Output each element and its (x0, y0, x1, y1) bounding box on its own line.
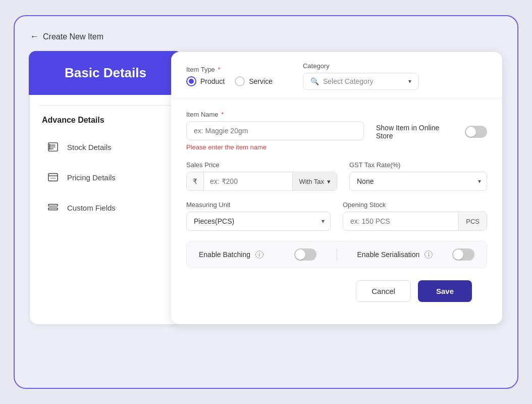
form-top-section: Item Type * Product Service (171, 52, 502, 98)
enable-batching-item: Enable Batching i (199, 248, 316, 261)
save-button[interactable]: Save (418, 280, 472, 302)
enable-batching-toggle[interactable] (294, 248, 316, 261)
page-header: ← Create New Item (30, 31, 502, 42)
radio-service-label: Service (249, 77, 273, 85)
radio-product-inner (189, 79, 194, 84)
tax-select-dropdown[interactable]: With Tax ▾ (292, 173, 337, 190)
page-title: Create New Item (43, 32, 103, 41)
svg-rect-6 (48, 208, 58, 210)
item-name-row: Item Name * Please enter the item name S… (186, 111, 487, 151)
outer-container: ← Create New Item Basic Details Advance … (14, 15, 518, 389)
item-name-field-block: Item Name * Please enter the item name (186, 111, 364, 151)
measuring-unit-select[interactable]: Pieces(PCS) Kilograms(KG) Grams(GM) Litr… (186, 212, 331, 231)
sidebar-card: Basic Details Advance Details (30, 52, 181, 324)
online-store-toggle-block: Show Item in Online Store (376, 111, 487, 140)
enable-batching-label: Enable Batching (199, 250, 250, 259)
sidebar-menu: Stock Details Pricing Details (30, 133, 181, 222)
opening-stock-wrapper: PCS (343, 212, 487, 231)
form-body: Item Name * Please enter the item name S… (171, 98, 502, 314)
basic-details-title: Basic Details (44, 65, 167, 81)
item-type-label: Item Type * (186, 66, 273, 73)
custom-fields-icon (46, 200, 60, 215)
sales-price-input[interactable] (204, 172, 292, 190)
item-name-input[interactable] (186, 121, 364, 140)
batching-row: Enable Batching i Enable Serialisation i (186, 241, 487, 268)
stock-icon (46, 140, 60, 154)
category-label: Category (303, 62, 419, 70)
online-store-toggle[interactable] (465, 126, 487, 138)
toggle-knob (466, 127, 476, 137)
item-name-error: Please enter the item name (186, 143, 364, 151)
basic-details-header[interactable]: Basic Details (29, 51, 182, 95)
advance-details-label: Advance Details (30, 116, 181, 133)
radio-service[interactable]: Service (235, 76, 273, 86)
sidebar-item-stock-label: Stock Details (67, 143, 112, 152)
tax-select-value: With Tax (299, 178, 324, 185)
svg-point-3 (49, 148, 50, 149)
opening-stock-label: Opening Stock (343, 201, 487, 209)
pricing-icon (46, 170, 60, 184)
batching-toggle-knob (295, 249, 305, 260)
sidebar-item-pricing-label: Pricing Details (67, 173, 116, 182)
opening-stock-field-block: Opening Stock PCS (343, 201, 487, 231)
opening-stock-input[interactable] (343, 212, 458, 230)
chevron-down-icon: ▾ (408, 78, 411, 85)
sales-price-field-block: Sales Price ₹ With Tax ▾ (186, 161, 337, 191)
sidebar-item-pricing[interactable]: Pricing Details (38, 163, 173, 191)
gst-field-block: GST Tax Rate(%) None 5% 12% 18% 28% (349, 161, 487, 191)
svg-point-2 (49, 146, 50, 147)
item-name-required: * (220, 111, 224, 118)
online-store-row: Show Item in Online Store (376, 124, 487, 140)
enable-serialisation-toggle[interactable] (452, 248, 474, 261)
serialisation-toggle-knob (453, 249, 463, 260)
svg-rect-4 (48, 174, 58, 181)
main-layout: Basic Details Advance Details (30, 52, 502, 324)
sales-price-row: Sales Price ₹ With Tax ▾ GST Tax Rate(%) (186, 161, 487, 191)
batching-info-icon[interactable]: i (255, 250, 263, 259)
measuring-unit-row: Measuring Unit Pieces(PCS) Kilograms(KG)… (186, 201, 487, 231)
enable-serialisation-label: Enable Serialisation (357, 250, 420, 259)
opening-stock-unit: PCS (458, 213, 487, 230)
measuring-unit-field-block: Measuring Unit Pieces(PCS) Kilograms(KG)… (186, 201, 331, 231)
sidebar-item-custom-label: Custom Fields (67, 204, 116, 212)
tax-chevron-icon: ▾ (327, 178, 331, 185)
item-type-field: Item Type * Product Service (186, 66, 273, 86)
radio-product-label: Product (200, 77, 225, 85)
sidebar-item-stock[interactable]: Stock Details (38, 133, 173, 161)
category-field: Category 🔍 Select Category ▾ (303, 62, 419, 90)
price-currency: ₹ (187, 172, 204, 190)
item-type-required: * (216, 66, 221, 73)
enable-serialisation-item: Enable Serialisation i (357, 248, 475, 261)
category-select-dropdown[interactable]: 🔍 Select Category ▾ (303, 73, 419, 90)
gst-select[interactable]: None 5% 12% 18% 28% (349, 172, 487, 191)
gst-select-wrapper: None 5% 12% 18% 28% (349, 172, 487, 191)
radio-product-circle (186, 76, 196, 86)
form-actions: Cancel Save (186, 280, 487, 302)
item-type-row: Item Type * Product Service (186, 62, 487, 90)
online-store-label: Show Item in Online Store (376, 124, 458, 140)
sales-price-label: Sales Price (186, 161, 337, 169)
back-arrow-icon[interactable]: ← (30, 31, 39, 42)
svg-point-1 (49, 144, 50, 145)
sidebar-divider (40, 105, 171, 106)
svg-rect-5 (48, 205, 58, 207)
cancel-button[interactable]: Cancel (356, 280, 411, 302)
price-input-wrapper: ₹ With Tax ▾ (186, 172, 337, 191)
sidebar-item-custom[interactable]: Custom Fields (38, 193, 173, 222)
measuring-select-wrapper: Pieces(PCS) Kilograms(KG) Grams(GM) Litr… (186, 212, 331, 231)
radio-product[interactable]: Product (186, 76, 225, 86)
category-select-inner: 🔍 Select Category (310, 77, 374, 85)
batch-divider (337, 248, 337, 261)
search-icon: 🔍 (310, 77, 319, 85)
gst-label: GST Tax Rate(%) (349, 161, 487, 169)
category-select-value: Select Category (323, 77, 374, 85)
form-card: Item Type * Product Service (171, 52, 502, 324)
serialisation-info-icon[interactable]: i (424, 250, 433, 259)
item-name-label: Item Name * (186, 111, 364, 118)
radio-service-circle (235, 76, 245, 86)
item-type-radio-group: Product Service (186, 76, 273, 86)
measuring-unit-label: Measuring Unit (186, 201, 331, 209)
